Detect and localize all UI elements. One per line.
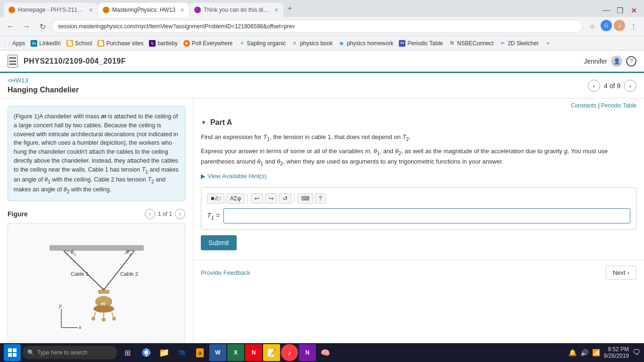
next-problem-button[interactable]: › (624, 80, 636, 92)
redo-icon: ↪ (269, 195, 273, 202)
chandelier-diagram: θ 1 θ 2 Cable 1 Cable 2 (21, 231, 172, 335)
svg-rect-24 (8, 348, 12, 352)
minimize-button[interactable]: — (600, 4, 613, 17)
part-section: ▼ Part A Find an expression for T1, the … (193, 113, 644, 256)
purchase-icon: 📄 (98, 40, 104, 47)
taskbar-brain-icon[interactable]: 🧠 (317, 344, 334, 361)
bottom-bar: Provide Feedback Next › (193, 260, 644, 285)
svg-text:2: 2 (129, 252, 132, 256)
constants-link[interactable]: Constants (571, 102, 596, 109)
bookmark-physics-book[interactable]: ≡ physics book (291, 40, 332, 47)
bookmark-2d[interactable]: ✏ 2D Sketcher (499, 40, 539, 47)
problem-counter: 4 of 9 (604, 82, 620, 90)
new-tab-button[interactable]: + (284, 4, 296, 13)
back-button[interactable]: ← (4, 20, 17, 33)
taskbar-amazon-icon[interactable]: a (191, 344, 208, 361)
bookmark-purchase[interactable]: 📄 Purchase sites (98, 40, 143, 47)
notification-icon[interactable]: 🗨 (633, 348, 640, 357)
help-icon[interactable]: ? (626, 56, 636, 66)
reset-button[interactable]: ↺ (279, 193, 291, 204)
prev-problem-button[interactable]: ‹ (588, 80, 600, 92)
answer-input-field[interactable] (223, 208, 630, 223)
keyboard-button[interactable]: ⌨ (297, 193, 313, 204)
taskbar-onenote-icon[interactable]: N (299, 344, 316, 361)
taskbar-search-bar[interactable]: 🔍 Type here to search (23, 346, 117, 359)
forward-button[interactable]: → (20, 20, 33, 33)
bookmarks-bar: ⋮⋮ Apps in LinkedIn 📄 School 📄 Purchase … (0, 36, 644, 50)
menu-button[interactable]: ⋮ (627, 20, 640, 33)
bookmark-nsbe-label: NSBEConnect (457, 40, 494, 47)
bookmark-nsbe[interactable]: N NSBEConnect (449, 40, 494, 47)
toolbar-separator-2 (294, 194, 295, 203)
next-button[interactable]: Next › (606, 266, 636, 280)
bookmark-more[interactable]: » (545, 40, 551, 47)
right-panel: Constants | Periodic Table ▼ Part A Find… (193, 99, 644, 362)
provide-feedback-link[interactable]: Provide Feedback (201, 269, 250, 276)
google-account-button[interactable]: G (601, 20, 612, 31)
bookmark-physics-hw[interactable]: ◉ physics homework (339, 40, 394, 47)
taskbar-datetime[interactable]: 8:52 PM 9/26/2019 (604, 346, 629, 359)
start-button[interactable] (4, 344, 21, 361)
svg-rect-25 (13, 348, 17, 352)
star-button[interactable]: ☆ (586, 20, 599, 33)
part-collapse-icon[interactable]: ▼ (201, 119, 206, 126)
help-question-icon: ? (319, 195, 322, 202)
back-link[interactable]: <HW13 (8, 77, 28, 84)
taskbar-sticky-notes-icon[interactable]: 📝 (263, 344, 280, 361)
taskbar-excel-icon[interactable]: X (227, 344, 244, 361)
taskbar-netflix-icon[interactable]: N (245, 344, 262, 361)
user-avatar[interactable]: 👤 (611, 56, 622, 67)
bookmark-periodic[interactable]: Pt Periodic Table (399, 40, 443, 47)
taskbar-music-icon[interactable]: ♪ (281, 344, 298, 361)
svg-rect-27 (13, 353, 17, 357)
more-bookmarks-icon: » (545, 40, 551, 47)
bookmark-poll[interactable]: ◉ Poll Everywhere (183, 40, 233, 47)
bookmark-school[interactable]: 📄 School (66, 40, 92, 47)
tab-1[interactable]: Homepage - PHYS-2110-004 - C ✕ (4, 3, 98, 17)
bookmark-apps-label: Apps (12, 40, 25, 47)
bookmark-sapling[interactable]: ✦ Sapling organic (239, 40, 286, 47)
bookmark-periodic-label: Periodic Table (407, 40, 443, 47)
taskbar-chrome-icon[interactable] (138, 344, 155, 361)
symbols-button[interactable]: ΑΣφ (226, 193, 245, 204)
svg-text:Cable 2: Cable 2 (120, 271, 138, 277)
redo-button[interactable]: ↪ (265, 193, 277, 204)
bookmark-school-label: School (75, 40, 92, 47)
figure-nav: ‹ 1 of 1 › (145, 209, 185, 219)
math-editor-button[interactable]: ■√□ (207, 193, 224, 204)
taskbar-word-icon[interactable]: W (209, 344, 226, 361)
school-icon: 📄 (66, 40, 73, 47)
refresh-button[interactable]: ↻ (36, 20, 49, 33)
hint-link[interactable]: ▶ View Available Hint(s) (201, 173, 636, 180)
periodic-table-link[interactable]: Periodic Table (601, 102, 636, 109)
tab-2-close[interactable]: ✕ (180, 7, 184, 13)
address-input[interactable] (52, 20, 583, 33)
svg-text:1: 1 (74, 252, 76, 256)
tab-2[interactable]: MasteringPhysics: HW13 ✕ (98, 3, 189, 17)
bookmark-linkedin[interactable]: in LinkedIn (31, 40, 60, 47)
bookmark-apps[interactable]: ⋮⋮ Apps (4, 40, 25, 47)
help-button[interactable]: ? (315, 193, 326, 204)
submit-button[interactable]: Submit (201, 235, 237, 250)
tab-3[interactable]: Think you can do this difficult ph ✕ (190, 3, 283, 17)
linkedin-icon: in (31, 40, 37, 47)
figure-prev-button[interactable]: ‹ (145, 209, 155, 219)
2d-icon: ✏ (499, 40, 506, 47)
tab-3-close[interactable]: ✕ (274, 7, 279, 13)
next-label: Next (613, 269, 626, 276)
hint-label: View Available Hint(s) (207, 173, 266, 180)
svg-text:x: x (78, 324, 82, 330)
undo-button[interactable]: ↩ (251, 193, 263, 204)
taskbar-explorer-icon[interactable]: 📁 (156, 344, 173, 361)
user-account-button[interactable]: J (614, 20, 625, 31)
figure-next-button[interactable]: › (175, 209, 185, 219)
maximize-button[interactable]: ❐ (613, 4, 627, 17)
menu-hamburger[interactable]: ☰ (8, 55, 18, 68)
breadcrumb-bar: <HW13 Hanging Chandelier ‹ 4 of 9 › (0, 73, 644, 99)
taskbar-store-icon[interactable]: 🛍 (173, 344, 190, 361)
taskbar-task-view[interactable]: ⊞ (119, 344, 136, 361)
close-window-button[interactable]: ✕ (627, 4, 640, 17)
bookmark-linkedin-label: LinkedIn (39, 40, 60, 47)
bookmark-bartleby[interactable]: b bartleby (149, 40, 178, 47)
tab-1-close[interactable]: ✕ (89, 7, 93, 13)
